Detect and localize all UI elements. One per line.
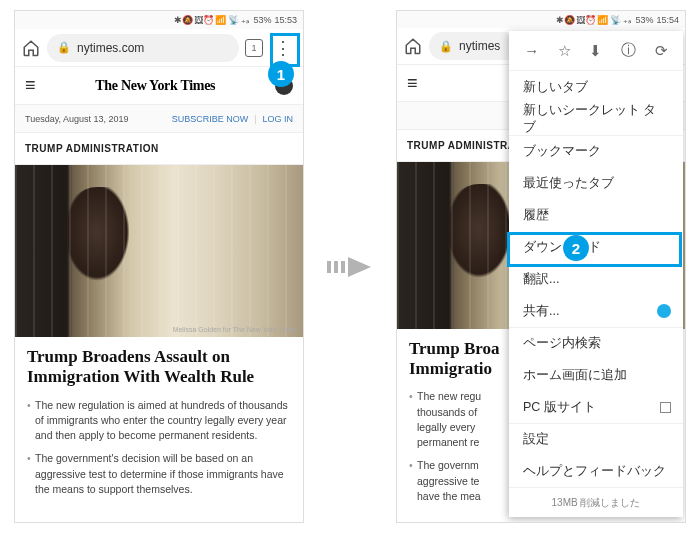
- transition-arrow: [320, 249, 380, 285]
- hamburger-icon[interactable]: ≡: [25, 75, 36, 96]
- login-link[interactable]: LOG IN: [262, 114, 293, 124]
- forward-icon[interactable]: →: [524, 42, 539, 59]
- status-bar: ✱ 🔕 🖼 ⏰ 📶 📡 ₊ₐ 53% 15:53: [15, 11, 303, 29]
- chrome-menu: → ☆ ⬇ ⓘ ⟳ 新しいタブ 新しいシークレット タブ ブックマーク 最近使っ…: [509, 31, 683, 517]
- bullet: The government's decision will be based …: [27, 451, 291, 497]
- url-text: nytimes: [459, 39, 500, 53]
- menu-desktop-site[interactable]: PC 版サイト: [509, 391, 683, 423]
- status-icons: ✱ 🔕 🖼 ⏰ 📶: [174, 15, 225, 25]
- menu-new-tab[interactable]: 新しいタブ: [509, 71, 683, 103]
- badge-2: 2: [563, 235, 589, 261]
- hamburger-icon[interactable]: ≡: [407, 73, 418, 94]
- article-headline[interactable]: Trump Broadens Assault on Immigration Wi…: [15, 337, 303, 398]
- svg-rect-2: [341, 261, 345, 273]
- lock-icon: 🔒: [57, 41, 71, 54]
- menu-bookmarks[interactable]: ブックマーク: [509, 135, 683, 167]
- phone-right: ✱ 🔕 🖼 ⏰ 📶 📡 ₊ₐ 53% 15:54 🔒 nytimes ≡ TRU…: [396, 10, 686, 523]
- home-icon[interactable]: [403, 36, 423, 56]
- menu-help[interactable]: ヘルプとフィードバック: [509, 455, 683, 487]
- menu-history[interactable]: 履歴: [509, 199, 683, 231]
- status-battery: 53%: [635, 15, 653, 25]
- photo-credit: Melissa Golden for The New York Times: [173, 326, 297, 333]
- site-logo[interactable]: The New York Times: [95, 78, 215, 94]
- subscribe-link[interactable]: SUBSCRIBE NOW: [172, 114, 249, 124]
- date-row: Tuesday, August 13, 2019 SUBSCRIBE NOW |…: [15, 105, 303, 133]
- svg-rect-0: [327, 261, 331, 273]
- menu-recent-tabs[interactable]: 最近使ったタブ: [509, 167, 683, 199]
- svg-rect-1: [334, 261, 338, 273]
- menu-translate[interactable]: 翻訳...: [509, 263, 683, 295]
- share-icon: [657, 304, 671, 318]
- address-bar: 🔒 nytimes.com 1 ⋮: [15, 29, 303, 67]
- download-icon[interactable]: ⬇: [589, 42, 602, 60]
- badge-1: 1: [268, 61, 294, 87]
- menu-find[interactable]: ページ内検索: [509, 327, 683, 359]
- status-bar: ✱ 🔕 🖼 ⏰ 📶 📡 ₊ₐ 53% 15:54: [397, 11, 685, 28]
- status-battery: 53%: [253, 15, 271, 25]
- info-icon[interactable]: ⓘ: [621, 41, 636, 60]
- menu-share[interactable]: 共有...: [509, 295, 683, 327]
- status-net: 📡 ₊ₐ: [610, 15, 633, 25]
- bullet: The new regulation is aimed at hundreds …: [27, 398, 291, 444]
- status-time: 15:54: [656, 15, 679, 25]
- checkbox-icon[interactable]: [660, 402, 671, 413]
- url-text: nytimes.com: [77, 41, 144, 55]
- menu-footer: 13MB 削減しました: [509, 487, 683, 517]
- article-summary: The new regulation is aimed at hundreds …: [15, 398, 303, 515]
- menu-toolbar: → ☆ ⬇ ⓘ ⟳: [509, 31, 683, 71]
- site-header: ≡ The New York Times: [15, 67, 303, 105]
- tabs-icon[interactable]: 1: [245, 39, 263, 57]
- star-icon[interactable]: ☆: [558, 42, 571, 60]
- more-menu-button[interactable]: ⋮: [269, 34, 297, 62]
- status-net: 📡 ₊ₐ: [228, 15, 251, 25]
- menu-settings[interactable]: 設定: [509, 423, 683, 455]
- status-time: 15:53: [274, 15, 297, 25]
- url-field[interactable]: 🔒 nytimes.com: [47, 34, 239, 62]
- article-photo: Melissa Golden for The New York Times: [15, 165, 303, 337]
- url-field[interactable]: 🔒 nytimes: [429, 32, 519, 60]
- section-kicker: TRUMP ADMINISTRATION: [15, 133, 303, 165]
- menu-incognito[interactable]: 新しいシークレット タブ: [509, 103, 683, 135]
- phone-left: ✱ 🔕 🖼 ⏰ 📶 📡 ₊ₐ 53% 15:53 🔒 nytimes.com 1…: [14, 10, 304, 523]
- menu-add-homescreen[interactable]: ホーム画面に追加: [509, 359, 683, 391]
- menu-downloads[interactable]: ダウンロード: [509, 231, 683, 263]
- date-text: Tuesday, August 13, 2019: [25, 114, 129, 124]
- status-icons: ✱ 🔕 🖼 ⏰ 📶: [556, 15, 607, 25]
- reload-icon[interactable]: ⟳: [655, 42, 668, 60]
- lock-icon: 🔒: [439, 40, 453, 53]
- home-icon[interactable]: [21, 38, 41, 58]
